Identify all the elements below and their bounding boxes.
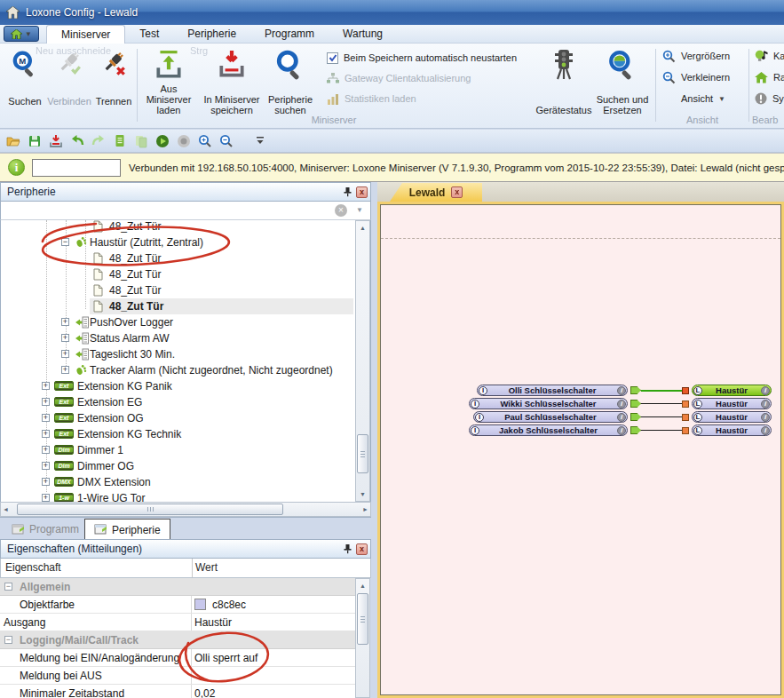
connection-wire[interactable] [641, 416, 682, 417]
property-value[interactable]: Haustür [194, 616, 232, 629]
tree-item[interactable]: 48_Zut Tür [1, 220, 355, 234]
menu-tab-wartung[interactable]: Wartung [329, 25, 397, 44]
expand-icon[interactable]: + [61, 350, 69, 358]
tree-item[interactable]: +ExtExtension KG Technik [1, 426, 355, 442]
tree-item[interactable]: +1-w1-Wire UG Tor [1, 490, 355, 502]
output-connector-icon[interactable] [630, 426, 641, 434]
tree-item-label[interactable]: PushOver Logger [90, 316, 173, 329]
zoom-out-button[interactable] [218, 134, 234, 148]
expand-icon[interactable]: + [42, 398, 50, 406]
clear-filter-icon[interactable]: × [335, 204, 347, 217]
tree-item-label[interactable]: Extension OG [77, 412, 144, 424]
input-connector-icon[interactable] [682, 401, 689, 408]
info-node-icon[interactable]: i [617, 386, 626, 395]
property-row[interactable]: AusgangHaustür [0, 614, 355, 631]
pin-icon[interactable] [342, 186, 352, 197]
tree-item[interactable]: +ExtExtension OG [1, 410, 355, 426]
collapse-icon[interactable]: − [4, 636, 12, 644]
tree-item[interactable]: +DimDimmer OG [1, 458, 355, 474]
output-connector-icon[interactable] [630, 386, 641, 394]
tree-item[interactable]: 48_Zut Tür [1, 282, 355, 298]
property-value[interactable]: Olli sperrt auf [194, 652, 257, 664]
scroll-down-arrow[interactable]: ▼ [356, 491, 369, 497]
close-canvas-tab-button[interactable]: x [451, 186, 463, 198]
tree-item[interactable]: +DMXDMX Extension [1, 474, 355, 490]
tree-vertical-scrollbar[interactable]: ▲ ▼ [355, 220, 370, 502]
properties-scrollbar[interactable]: ▲ [355, 578, 370, 698]
tree-item-label[interactable]: Dimmer OG [77, 460, 134, 472]
expand-icon[interactable]: + [42, 446, 50, 454]
input-block[interactable]: IJakob Schlüsselschalteri [469, 424, 628, 436]
save-button[interactable] [27, 134, 43, 148]
trennen-button[interactable]: Trennen [92, 50, 135, 107]
tree-item-label[interactable]: Tageslicht 30 Min. [90, 348, 175, 361]
filter-dropdown-icon[interactable]: ▼ [356, 206, 363, 214]
expand-icon[interactable]: + [42, 382, 50, 390]
tree-item-label[interactable]: 48_Zut Tür [109, 284, 161, 297]
kategorien-button[interactable]: Kat [755, 49, 784, 63]
property-group-row[interactable]: −Allgemein [0, 578, 355, 596]
output-block[interactable]: LHaustüri [692, 411, 772, 423]
info-node-icon[interactable]: i [617, 400, 626, 408]
home-menu-button[interactable]: ▼ [4, 26, 39, 42]
canvas-tab-lewald[interactable]: Lewald x [390, 183, 482, 202]
scrollbar-thumb[interactable] [357, 434, 368, 473]
info-node-icon[interactable]: i [761, 426, 770, 435]
start-button[interactable] [154, 134, 170, 148]
tree-item[interactable]: +PushOver Logger [1, 314, 355, 330]
menu-tab-peripherie[interactable]: Peripherie [173, 25, 250, 44]
tree-item[interactable]: 48_Zut Tür [1, 298, 355, 314]
raeume-button[interactable]: Ra [755, 70, 784, 84]
property-row[interactable]: Meldung bei AUS [0, 667, 355, 685]
panel-splitter[interactable] [371, 182, 377, 698]
property-row[interactable]: Objektfarbec8c8ec [0, 596, 355, 614]
checkbox-checked-icon[interactable] [327, 52, 338, 64]
expand-icon[interactable]: + [61, 318, 69, 326]
in-miniserver-speichern-button[interactable]: In Miniserver speichern [201, 50, 263, 115]
collapse-icon[interactable]: − [61, 238, 69, 246]
tab-peripherie[interactable]: Peripherie [84, 519, 170, 540]
tree-item-label[interactable]: 48_Zut Tür [109, 220, 161, 233]
output-block[interactable]: LHaustüri [692, 385, 772, 396]
tree-item[interactable]: 48_Zut Tür [1, 250, 355, 266]
open-file-button[interactable] [5, 134, 21, 148]
tree-item-label[interactable]: DMX Extension [77, 476, 151, 488]
toolbar-overflow-button[interactable] [252, 135, 268, 147]
scrollbar-thumb[interactable] [357, 593, 368, 645]
tree-filter-row[interactable]: × ▼ [0, 202, 371, 220]
redo-button[interactable] [91, 134, 107, 148]
property-row[interactable]: Minimaler Zeitabstand0,02 [0, 685, 355, 698]
scroll-up-arrow[interactable]: ▲ [356, 583, 369, 589]
color-swatch[interactable] [194, 599, 206, 610]
close-panel-button[interactable]: x [356, 186, 368, 198]
tab-programm[interactable]: Programm [3, 519, 88, 540]
expand-icon[interactable]: + [42, 414, 50, 422]
connection-wire[interactable] [641, 430, 682, 431]
connection-wire[interactable] [641, 403, 682, 404]
tree-item-label[interactable]: Extension EG [77, 396, 142, 408]
aus-miniserver-laden-button[interactable]: Aus Miniserver laden [140, 50, 197, 115]
menu-tab-programm[interactable]: Programm [250, 25, 329, 44]
expand-icon[interactable]: + [42, 430, 50, 438]
scroll-left-arrow[interactable]: ◄ [3, 506, 9, 512]
sync-warning-button[interactable]: Syn [755, 91, 784, 106]
info-node-icon[interactable]: i [761, 400, 770, 408]
property-group-row[interactable]: −Logging/Mail/Call/Track [0, 631, 355, 649]
property-value[interactable]: c8c8ec [212, 599, 246, 611]
input-block[interactable]: IPaul Schlüsselschalteri [473, 411, 628, 423]
vergroessern-button[interactable]: Vergrößern [662, 49, 730, 63]
tree-item-label[interactable]: Dimmer 1 [77, 444, 123, 456]
tree-item[interactable]: +ExtExtension KG Panik [1, 378, 355, 394]
output-block[interactable]: LHaustüri [692, 424, 772, 436]
expand-icon[interactable]: + [42, 462, 50, 470]
suchen-button[interactable]: M Suchen [5, 50, 44, 107]
tree-item-label[interactable]: Status Alarm AW [90, 332, 170, 345]
tree-item-label[interactable]: Extension KG Technik [77, 428, 181, 440]
paste-button[interactable] [133, 134, 149, 148]
undo-button[interactable] [69, 134, 85, 148]
tree-item-label[interactable]: 1-Wire UG Tor [77, 492, 145, 502]
tree-item[interactable]: +Tracker Alarm (Nicht zugeordnet, Nicht … [1, 362, 355, 378]
scrollbar-thumb[interactable] [17, 504, 283, 515]
expand-icon[interactable]: + [42, 478, 50, 486]
scroll-right-arrow[interactable]: ► [362, 506, 368, 512]
